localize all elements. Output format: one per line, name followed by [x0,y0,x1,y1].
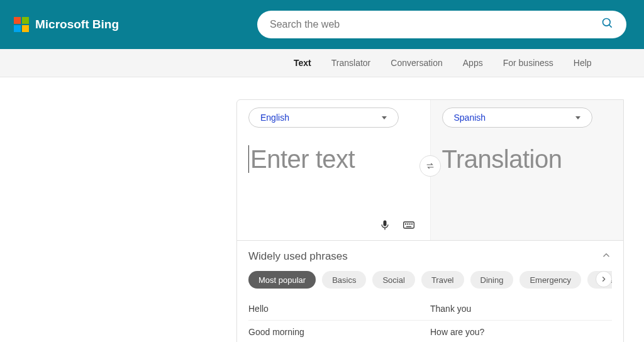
chip-basics[interactable]: Basics [322,271,366,289]
target-language-select[interactable]: Spanish [442,108,592,128]
collapse-phrases-button[interactable] [601,250,612,263]
search-input[interactable] [270,19,601,30]
microphone-icon[interactable] [379,219,391,234]
chip-dining[interactable]: Dining [470,271,514,289]
subnav: Text Translator Conversation Apps For bu… [0,49,644,77]
phrase-item[interactable]: Hello [248,297,430,321]
phrase-item[interactable]: Good morning [248,321,430,342]
svg-point-8 [409,224,410,224]
svg-rect-2 [383,221,386,226]
tab-apps[interactable]: Apps [463,58,483,68]
chip-travel[interactable]: Travel [421,271,464,289]
source-text-input[interactable]: Enter text [248,145,419,175]
svg-point-9 [411,224,412,224]
keyboard-icon[interactable] [402,219,415,234]
phrase-item[interactable]: Thank you [430,297,612,321]
source-pane: English Enter text [237,100,430,240]
chip-emergency[interactable]: Emergency [519,271,581,289]
chevron-down-icon [575,116,580,119]
brand-block[interactable]: Microsoft Bing [14,17,119,32]
search-bar[interactable] [257,11,626,38]
target-pane: Spanish Translation [430,100,624,240]
tab-help[interactable]: Help [574,58,592,68]
brand-text: Microsoft Bing [35,18,119,31]
source-language-label: English [260,113,289,123]
tab-text[interactable]: Text [294,58,311,68]
tab-translator[interactable]: Translator [331,58,371,68]
phrases-section: Widely used phrases Most popular Basics … [237,240,623,342]
chip-social[interactable]: Social [372,271,414,289]
swap-languages-button[interactable] [419,155,441,177]
microsoft-logo-icon [14,17,29,32]
search-icon[interactable] [601,17,614,32]
chevron-down-icon [382,116,387,119]
source-language-select[interactable]: English [248,108,399,128]
header: Microsoft Bing [0,0,644,49]
phrase-category-chips: Most popular Basics Social Travel Dining… [248,271,612,289]
svg-point-0 [603,19,611,26]
phrase-list: Hello Thank you Good morning How are you… [248,297,612,342]
phrase-item[interactable]: How are you? [430,321,612,342]
chip-most-popular[interactable]: Most popular [248,271,316,289]
tab-conversation[interactable]: Conversation [391,58,443,68]
svg-point-7 [407,224,408,224]
tab-for-business[interactable]: For business [503,58,553,68]
phrases-title: Widely used phrases [248,250,348,263]
target-language-label: Spanish [454,113,486,123]
target-text-output: Translation [442,145,613,174]
svg-rect-4 [403,222,414,228]
svg-point-6 [405,224,406,224]
svg-line-1 [609,25,612,28]
translator-card: English Enter text Spanish Translation [236,99,624,342]
